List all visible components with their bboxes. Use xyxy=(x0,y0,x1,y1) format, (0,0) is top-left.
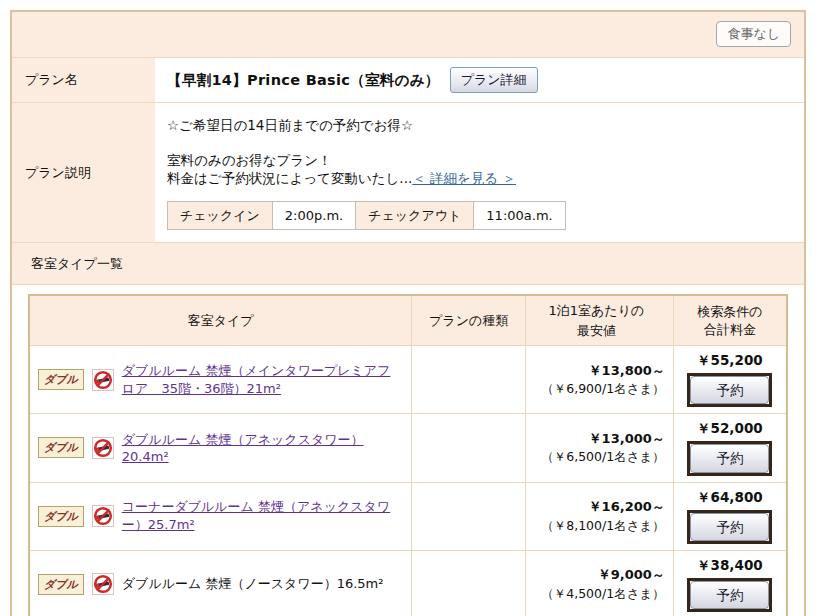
col-plan-type: プランの種類 xyxy=(412,295,526,346)
min-price: ￥13,800～ xyxy=(534,361,665,381)
reserve-button[interactable]: 予約 xyxy=(690,376,769,404)
desc-line-1: ☆ご希望日の14日前までの予約でお得☆ xyxy=(167,116,792,134)
plan-header-band: 食事なし xyxy=(12,12,804,57)
desc-line-3: 料金はご予約状況によって変動いたし...＜ 詳細を見る ＞ xyxy=(167,169,792,187)
room-table-wrap: 客室タイプ プランの種類 1泊1室あたりの 最安値 検索条件の 合計料金 ダブル… xyxy=(12,284,804,616)
room-cell: ダブル ダブルルーム 禁煙（アネックスタワー）20.4m² xyxy=(29,414,412,482)
plan-type-cell xyxy=(412,482,526,550)
plan-type-cell xyxy=(412,414,526,482)
plan-desc-row: プラン説明 ☆ご希望日の14日前までの予約でお得☆ 室料のみのお得なプラン！ 料… xyxy=(12,102,804,242)
total-cell: ￥38,400 予約 xyxy=(673,550,787,616)
per-person-price: （￥6,500/1名さま） xyxy=(534,448,665,467)
double-badge: ダブル xyxy=(38,506,84,527)
reserve-button[interactable]: 予約 xyxy=(690,581,769,609)
total-price: ￥38,400 xyxy=(682,557,778,575)
plan-type-cell xyxy=(412,346,526,414)
plan-name-content: 【早割14】Prince Basic（室料のみ） プラン詳細 xyxy=(155,58,804,102)
room-table: 客室タイプ プランの種類 1泊1室あたりの 最安値 検索条件の 合計料金 ダブル… xyxy=(28,294,788,616)
room-cell: ダブル ダブルルーム 禁煙（メインタワープレミアフロア 35階・36階）21m² xyxy=(29,346,412,414)
per-person-price: （￥4,500/1名さま） xyxy=(534,585,665,604)
min-price-cell: ￥13,000～ （￥6,500/1名さま） xyxy=(525,414,673,482)
plan-desc-content: ☆ご希望日の14日前までの予約でお得☆ 室料のみのお得なプラン！ 料金はご予約状… xyxy=(155,103,804,242)
table-row: ダブル コーナーダブルルーム 禁煙（アネックスタワー）25.7m² ￥16,20… xyxy=(29,482,787,550)
plan-panel: 食事なし プラン名 【早割14】Prince Basic（室料のみ） プラン詳細… xyxy=(10,10,806,616)
room-cell: ダブル コーナーダブルルーム 禁煙（アネックスタワー）25.7m² xyxy=(29,482,412,550)
desc-line-3-text: 料金はご予約状況によって変動いたし... xyxy=(167,170,412,186)
total-price: ￥52,000 xyxy=(682,420,778,438)
min-price-cell: ￥16,200～ （￥8,100/1名さま） xyxy=(525,482,673,550)
double-badge: ダブル xyxy=(38,574,84,595)
meal-badge: 食事なし xyxy=(716,21,791,47)
no-smoking-icon xyxy=(92,505,114,527)
checkin-time: 2:00p.m. xyxy=(272,201,355,230)
table-row: ダブル ダブルルーム 禁煙（ノースタワー）16.5m² ￥9,000～ （￥4,… xyxy=(29,550,787,616)
room-cell: ダブル ダブルルーム 禁煙（ノースタワー）16.5m² xyxy=(29,550,412,616)
room-type-section-title: 客室タイプ一覧 xyxy=(12,242,804,284)
plan-detail-button[interactable]: プラン詳細 xyxy=(450,67,538,93)
room-type-link[interactable]: ダブルルーム 禁煙（メインタワープレミアフロア 35階・36階）21m² xyxy=(122,362,404,398)
checkout-time: 11:00a.m. xyxy=(474,201,565,230)
min-price-cell: ￥13,800～ （￥6,900/1名さま） xyxy=(525,346,673,414)
reserve-button[interactable]: 予約 xyxy=(690,513,769,541)
room-type-link[interactable]: コーナーダブルルーム 禁煙（アネックスタワー）25.7m² xyxy=(122,498,404,534)
reserve-button-frame: 予約 xyxy=(687,578,772,612)
col-min-price: 1泊1室あたりの 最安値 xyxy=(525,295,673,346)
plan-name: 【早割14】Prince Basic（室料のみ） xyxy=(167,71,440,90)
no-smoking-icon xyxy=(92,369,114,391)
checkin-checkout-table: チェックイン 2:00p.m. チェックアウト 11:00a.m. xyxy=(167,201,566,231)
table-row: ダブル ダブルルーム 禁煙（メインタワープレミアフロア 35階・36階）21m²… xyxy=(29,346,787,414)
checkout-label: チェックアウト xyxy=(356,201,474,230)
col-total-price: 検索条件の 合計料金 xyxy=(673,295,787,346)
see-detail-link[interactable]: ＜ 詳細を見る ＞ xyxy=(412,170,516,186)
desc-line-2: 室料のみのお得なプラン！ xyxy=(167,151,792,169)
table-header-row: 客室タイプ プランの種類 1泊1室あたりの 最安値 検索条件の 合計料金 xyxy=(29,295,787,346)
reserve-button[interactable]: 予約 xyxy=(690,444,769,472)
double-badge: ダブル xyxy=(38,369,84,390)
min-price: ￥13,000～ xyxy=(534,429,665,449)
plan-type-cell xyxy=(412,550,526,616)
plan-name-row: プラン名 【早割14】Prince Basic（室料のみ） プラン詳細 xyxy=(12,57,804,102)
room-type-link[interactable]: ダブルルーム 禁煙（アネックスタワー）20.4m² xyxy=(122,431,404,464)
total-price: ￥55,200 xyxy=(682,352,778,370)
checkin-label: チェックイン xyxy=(168,201,273,230)
no-smoking-icon xyxy=(92,573,114,595)
per-person-price: （￥8,100/1名さま） xyxy=(534,517,665,536)
min-price-cell: ￥9,000～ （￥4,500/1名さま） xyxy=(525,550,673,616)
total-cell: ￥55,200 予約 xyxy=(673,346,787,414)
total-cell: ￥52,000 予約 xyxy=(673,414,787,482)
no-smoking-icon xyxy=(92,437,114,459)
plan-name-label: プラン名 xyxy=(12,58,155,102)
table-row: ダブル ダブルルーム 禁煙（アネックスタワー）20.4m² ￥13,000～ （… xyxy=(29,414,787,482)
col-room-type: 客室タイプ xyxy=(29,295,412,346)
min-price: ￥16,200～ xyxy=(534,497,665,517)
per-person-price: （￥6,900/1名さま） xyxy=(534,380,665,399)
plan-desc-label: プラン説明 xyxy=(12,103,155,242)
min-price: ￥9,000～ xyxy=(534,565,665,585)
reserve-button-frame: 予約 xyxy=(687,441,772,475)
room-type-name: ダブルルーム 禁煙（ノースタワー）16.5m² xyxy=(122,575,384,593)
double-badge: ダブル xyxy=(38,437,84,458)
total-cell: ￥64,800 予約 xyxy=(673,482,787,550)
reserve-button-frame: 予約 xyxy=(687,510,772,544)
total-price: ￥64,800 xyxy=(682,489,778,507)
reserve-button-frame: 予約 xyxy=(687,373,772,407)
